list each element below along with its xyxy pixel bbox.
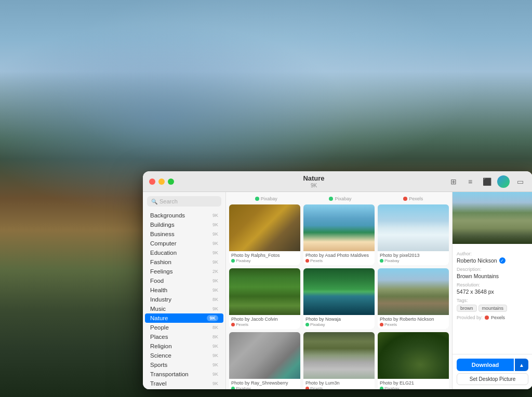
photo-cell-8[interactable]: Photo by ELG21Pixabay	[378, 332, 449, 389]
photo-caption-text: Photo by ELG21	[380, 380, 447, 386]
provider-dot-pexels	[403, 197, 407, 201]
photo-cell-4[interactable]: Photo by NowajaPixabay	[303, 268, 375, 329]
provider-row: Pixabay Pixabay Pexels	[229, 195, 449, 202]
sidebar-item-label: Transportation	[150, 371, 189, 377]
photo-caption-text: Photo by Ray_Shrewsberry	[231, 380, 298, 386]
download-arrow-button[interactable]: ▲	[515, 359, 528, 371]
provider-name: Pixabay	[236, 258, 250, 263]
sidebar-item-computer[interactable]: Computer9K	[145, 239, 223, 248]
tag-item[interactable]: mountains	[478, 305, 508, 312]
search-box[interactable]: 🔍 Search	[147, 196, 221, 207]
provider-dot	[305, 259, 309, 263]
photo-grid: Photo by Ralphs_FotosPixabayPhoto by Asa…	[229, 204, 449, 389]
sidebar-item-travel[interactable]: Travel9K	[145, 379, 223, 388]
provider-dot	[231, 259, 235, 263]
provider-dot	[305, 387, 309, 389]
photo-cell-6[interactable]: Photo by Ray_ShrewsberryPixabay	[229, 332, 300, 389]
tags-label: Tags:	[457, 298, 528, 303]
tag-item[interactable]: brown	[457, 305, 477, 312]
sidebar-item-label: Business	[150, 231, 175, 237]
sidebar-badge: 9K	[212, 222, 218, 227]
photo-cell-7[interactable]: Photo by Lum3nPexels	[303, 332, 375, 389]
sidebar-item-label: Nature	[150, 315, 168, 321]
new-collection-button[interactable]: ⊕ New Collection	[143, 388, 225, 389]
author-label: Author:	[457, 251, 528, 256]
sidebar-item-religion[interactable]: Religion9K	[145, 341, 223, 351]
sidebar-item-health[interactable]: Health9K	[145, 285, 223, 295]
provider-dot-pixabay2	[329, 197, 333, 201]
grid-view-icon[interactable]: ⊞	[447, 175, 460, 188]
sidebar-item-music[interactable]: Music9K	[145, 304, 223, 313]
photo-thumb	[378, 332, 449, 379]
provider-name: Pixabay	[310, 322, 325, 327]
sidebar-badge: 9K	[212, 241, 218, 246]
photo-provider-row: Pixabay	[380, 258, 447, 263]
sidebar-badge: 9K	[212, 213, 218, 218]
photo-caption: Photo by Ray_ShrewsberryPixabay	[229, 379, 300, 389]
photo-caption: Photo by Jacob ColvinPexels	[229, 315, 300, 329]
close-button[interactable]	[149, 179, 155, 185]
window-subtitle: 9K	[180, 183, 447, 188]
author-name: Roberto Nickson ✓	[457, 257, 528, 264]
sidebar-item-places[interactable]: Places8K	[145, 332, 223, 341]
set-desktop-button[interactable]: Set Desktop Picture	[457, 373, 528, 385]
sidebar-item-feelings[interactable]: Feelings2K	[145, 267, 223, 276]
photo-grid-scroll[interactable]: Pixabay Pixabay Pexels Photo by Ralphs_F…	[226, 192, 452, 389]
photo-caption-text: Photo by Roberto Nickson	[380, 317, 447, 322]
photo-thumb	[378, 204, 449, 251]
photo-thumb	[229, 268, 300, 315]
sidebar-item-business[interactable]: Business9K	[145, 229, 223, 239]
sidebar-item-food[interactable]: Food9K	[145, 276, 223, 285]
photo-caption: Photo by Lum3nPexels	[303, 379, 375, 389]
user-avatar[interactable]	[497, 175, 510, 188]
photo-cell-0[interactable]: Photo by Ralphs_FotosPixabay	[229, 204, 300, 265]
photo-cell-3[interactable]: Photo by Jacob ColvinPexels	[229, 268, 300, 329]
sidebar-item-label: Science	[150, 352, 171, 359]
photo-thumb	[378, 268, 449, 315]
sidebar-toggle-icon[interactable]: ▭	[514, 175, 526, 188]
sidebar-badge: 9K	[212, 250, 218, 255]
sidebar-item-education[interactable]: Education9K	[145, 248, 223, 257]
photo-caption-text: Photo by Jacob Colvin	[231, 317, 298, 322]
provider-name-2: Pixabay	[335, 196, 351, 201]
photo-caption-text: Photo by Asad Photo Maldives	[305, 253, 373, 258]
app-window: Nature 9K ⊞ ≡ ⬛ ▭ 🔍 Search Backgrounds9K…	[143, 171, 532, 389]
list-view-icon[interactable]: ≡	[464, 175, 476, 188]
provider-name: Pixabay	[384, 258, 399, 263]
sidebar-item-sports[interactable]: Sports9K	[145, 360, 223, 369]
sidebar-item-backgrounds[interactable]: Backgrounds9K	[145, 211, 223, 220]
sidebar-badge: 9K	[212, 362, 218, 367]
resolution-label: Resolution:	[457, 282, 528, 288]
titlebar-controls: ⊞ ≡ ⬛ ▭	[447, 175, 526, 188]
sidebar-item-fashion[interactable]: Fashion9K	[145, 257, 223, 267]
slideshow-icon[interactable]: ⬛	[481, 175, 493, 188]
provider-name: Pexels	[236, 322, 248, 327]
photo-provider-row: Pexels	[380, 322, 447, 327]
sidebar-items: Backgrounds9KBuildings9KBusiness9KComput…	[143, 211, 225, 388]
sidebar-item-industry[interactable]: Industry8K	[145, 295, 223, 304]
provider-name-3: Pexels	[409, 196, 423, 201]
download-button[interactable]: Download	[457, 359, 514, 371]
maximize-button[interactable]	[168, 179, 174, 185]
tags-row: brownmountains	[457, 305, 528, 312]
sidebar-item-buildings[interactable]: Buildings9K	[145, 220, 223, 229]
photo-cell-2[interactable]: Photo by pixel2013Pixabay	[378, 204, 449, 265]
provider-name-1: Pixabay	[261, 196, 277, 201]
minimize-button[interactable]	[158, 179, 165, 185]
preview-image	[453, 192, 532, 244]
photo-cell-5[interactable]: Photo by Roberto NicksonPexels	[378, 268, 449, 329]
provider-name: Pixabay	[384, 386, 399, 389]
sidebar-badge: 8K	[212, 297, 218, 302]
sidebar-item-science[interactable]: Science9K	[145, 351, 223, 360]
sidebar-item-people[interactable]: People8K	[145, 323, 223, 332]
photo-thumb	[303, 332, 375, 379]
sidebar-item-nature[interactable]: Nature9K	[145, 313, 223, 323]
provider-name: Pixabay	[236, 386, 250, 389]
sidebar-item-label: Music	[150, 306, 166, 312]
sidebar: 🔍 Search Backgrounds9KBuildings9KBusines…	[143, 192, 226, 389]
search-input[interactable]: Search	[159, 198, 178, 204]
photo-cell-1[interactable]: Photo by Asad Photo MaldivesPexels	[303, 204, 375, 265]
sidebar-item-transportation[interactable]: Transportation9K	[145, 369, 223, 379]
sidebar-item-label: Industry	[150, 296, 171, 303]
photo-caption-text: Photo by Ralphs_Fotos	[231, 253, 298, 258]
